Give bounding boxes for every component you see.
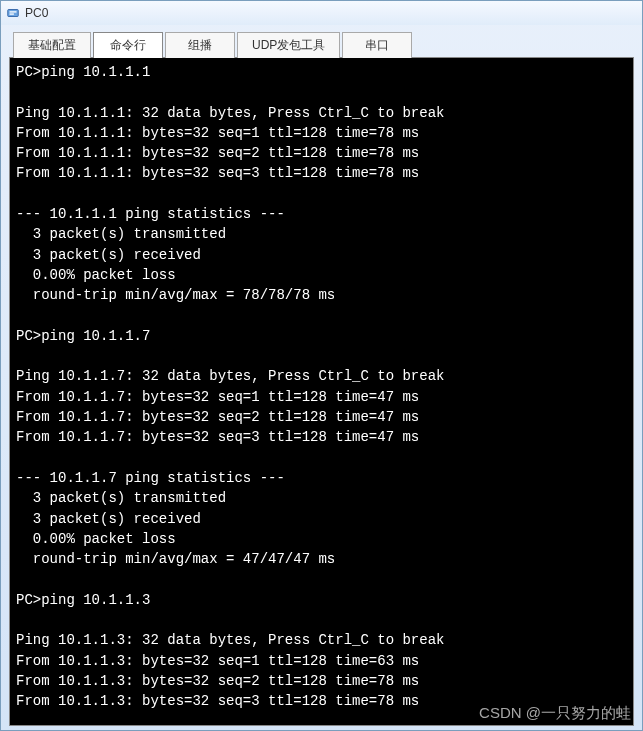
tab-bar: 基础配置 命令行 组播 UDP发包工具 串口 (1, 25, 642, 57)
tab-serial[interactable]: 串口 (342, 32, 412, 58)
titlebar[interactable]: PC0 (1, 1, 642, 25)
tab-udp-tool[interactable]: UDP发包工具 (237, 32, 340, 58)
terminal-output[interactable]: PC>ping 10.1.1.1 Ping 10.1.1.1: 32 data … (9, 57, 634, 726)
svg-rect-2 (10, 13, 14, 14)
tab-multicast[interactable]: 组播 (165, 32, 235, 58)
svg-rect-0 (8, 10, 19, 17)
app-icon (5, 5, 21, 21)
tab-command-line[interactable]: 命令行 (93, 32, 163, 58)
window-title: PC0 (25, 6, 48, 20)
svg-rect-1 (10, 11, 17, 12)
app-window: PC0 基础配置 命令行 组播 UDP发包工具 串口 PC>ping 10.1.… (0, 0, 643, 731)
tab-basic-config[interactable]: 基础配置 (13, 32, 91, 58)
